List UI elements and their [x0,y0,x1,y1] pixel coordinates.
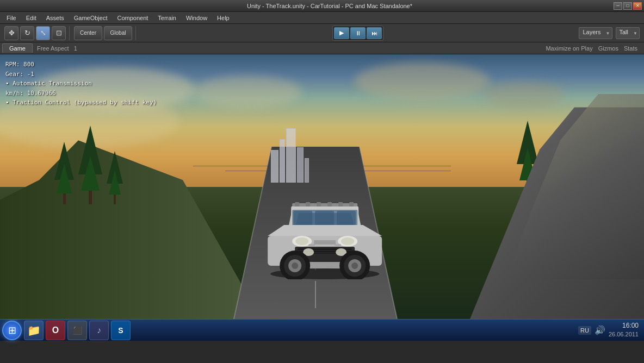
system-clock: 16:00 26.06.2011 [609,321,639,339]
building-2 [280,139,285,183]
building-4 [297,147,304,183]
taskbar-audio-button[interactable]: ♪ [89,321,109,340]
layers-dropdown-wrapper: Layers ▼ [579,27,612,39]
cloud-4 [483,81,565,108]
svg-rect-35 [317,202,321,206]
pause-button[interactable]: ⏸ [350,27,366,39]
menu-help[interactable]: Help [213,14,234,22]
svg-point-19 [295,237,308,245]
svg-point-31 [351,262,358,269]
title-bar: Unity - TheTrack.unity - CarTutorial - P… [0,0,644,12]
menu-assets[interactable]: Assets [42,14,69,22]
scale-tool-button[interactable]: ⤡ [36,26,50,40]
layout-dropdown[interactable]: Tall [616,27,640,39]
start-button[interactable]: ⊞ [2,321,22,340]
volume-icon[interactable]: 🔊 [595,325,605,335]
svg-rect-33 [295,202,299,206]
city-buildings [271,128,309,183]
tab-bar: Game Free Aspect 1 Maximize on Play Gizm… [0,42,644,54]
svg-rect-37 [338,202,343,206]
toolbar: ✥ ↻ ⤡ ⊡ Center Global ▶ ⏸ ⏭ Layers ▼ Tal… [0,24,644,42]
menu-terrain[interactable]: Terrain [153,14,181,22]
cloud-3 [354,62,490,101]
svg-rect-41 [314,240,336,245]
taskbar-files-button[interactable]: 📁 [24,321,44,340]
power-line-2 [225,171,450,171]
building-5 [305,158,309,183]
svg-rect-10 [293,211,312,227]
menu-edit[interactable]: Edit [22,14,41,22]
hud-transmission: • Automatic Transmission [5,79,157,89]
svg-point-27 [292,262,298,269]
taskbar-unity-button[interactable]: ⬛ [67,321,87,340]
global-button[interactable]: Global [104,26,132,40]
pivot-controls: Center Global [74,26,136,40]
building-1 [271,150,278,183]
gizmos-button[interactable]: Gizmos [598,45,618,52]
svg-rect-12 [337,211,356,227]
center-button[interactable]: Center [74,26,102,40]
tree-1 [54,142,74,204]
car-svg [254,182,395,279]
clock-date: 26.06.2011 [609,330,639,339]
menu-bar: File Edit Assets GameObject Component Te… [0,12,644,24]
hud-overlay: RPM: 800 Gear: -1 • Automatic Transmissi… [5,60,157,108]
clock-time: 16:00 [609,321,639,330]
taskbar-skype-button[interactable]: S [111,321,131,340]
stats-button[interactable]: Stats [624,45,637,52]
rotate-tool-button[interactable]: ↻ [20,26,34,40]
svg-rect-11 [315,211,334,227]
menu-gameobject[interactable]: GameObject [70,14,112,22]
menu-component[interactable]: Component [113,14,152,22]
hud-gear: Gear: -1 [5,70,157,79]
playback-controls: ▶ ⏸ ⏭ [332,26,383,41]
trees-left [54,126,123,204]
aspect-label: Free Aspect 1 [37,45,77,52]
taskbar-opera-button[interactable]: O [46,321,65,340]
play-button[interactable]: ▶ [334,27,349,39]
close-button[interactable]: ✕ [633,2,642,10]
translate-tool-button[interactable]: ✥ [4,26,18,40]
menu-file[interactable]: File [2,14,21,22]
tree-2 [78,126,102,204]
hud-speed: km/h: 10.67966 [5,89,157,98]
menu-window[interactable]: Window [182,14,212,22]
maximize-button[interactable]: □ [623,2,632,10]
building-3 [286,128,296,183]
hud-rpm: RPM: 800 [5,60,157,70]
svg-rect-32 [292,203,357,206]
minimize-button[interactable]: ─ [614,2,622,10]
rect-tool-button[interactable]: ⊡ [52,26,66,40]
layout-dropdown-wrapper: Tall ▼ [616,27,640,39]
svg-rect-34 [306,202,310,206]
step-button[interactable]: ⏭ [367,27,382,39]
language-indicator[interactable]: RU [578,326,591,335]
tree-3 [107,151,123,204]
taskbar-right: RU 🔊 16:00 26.06.2011 [575,321,642,339]
hud-traction: • Traction Control (bypassed by shift ke… [5,98,157,108]
window-title: Unity - TheTrack.unity - CarTutorial - P… [46,3,614,9]
maximize-on-play-button[interactable]: Maximize on Play [546,45,592,52]
svg-rect-36 [327,202,332,206]
power-line-1 [193,166,451,166]
window-controls: ─ □ ✕ [614,2,642,10]
svg-point-20 [341,237,354,245]
svg-rect-38 [349,202,354,206]
viewport-controls: Maximize on Play Gizmos Stats [546,45,642,52]
car-container [254,182,395,279]
taskbar: ⊞ 📁 O ⬛ ♪ S RU 🔊 16:00 26.06.2011 [0,319,644,341]
transform-tools: ✥ ↻ ⤡ ⊡ [4,26,70,40]
layers-dropdown[interactable]: Layers [579,27,612,39]
cloud-2 [193,76,302,108]
game-viewport[interactable]: RPM: 800 Gear: -1 • Automatic Transmissi… [0,54,644,319]
game-tab[interactable]: Game [2,43,33,53]
